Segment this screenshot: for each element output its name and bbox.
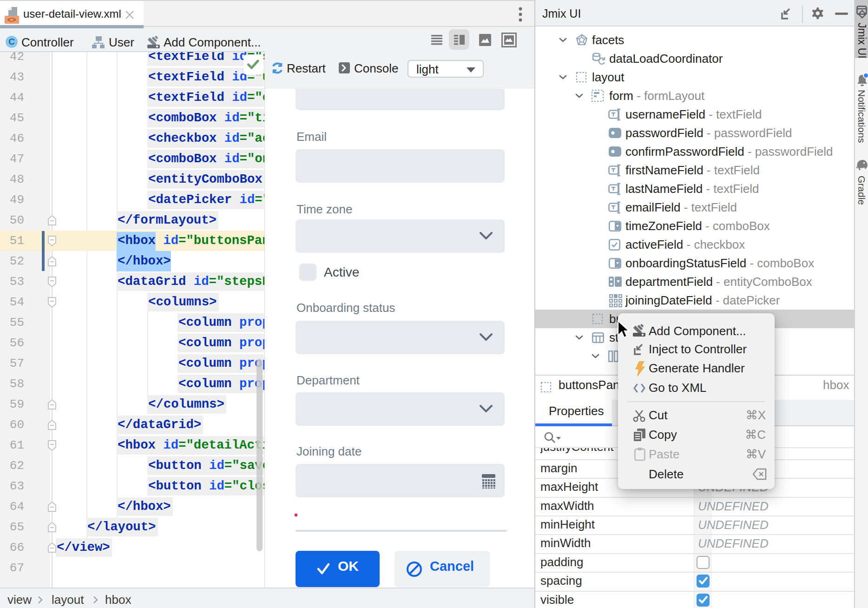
svg-text:<>: <> bbox=[7, 16, 16, 24]
